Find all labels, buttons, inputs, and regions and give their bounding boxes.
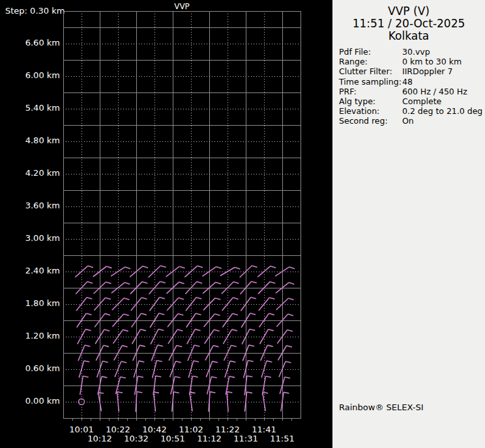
wind-barb-feather xyxy=(247,376,252,377)
wind-barb-feather xyxy=(117,392,123,393)
wind-barb-feather xyxy=(121,377,126,378)
wind-barb-feather xyxy=(138,376,143,378)
wind-barb-feather xyxy=(122,346,127,347)
info-value: 0 km to 30 km xyxy=(402,57,462,66)
y-tick-label: 6.00 km xyxy=(0,70,60,80)
wind-barb-feather xyxy=(233,282,239,283)
wind-barb-feather xyxy=(214,314,220,315)
info-label: Range: xyxy=(339,57,402,66)
wind-barb-feather xyxy=(252,266,257,268)
wind-barb-feather xyxy=(156,376,161,377)
wind-barb-feather xyxy=(211,377,216,378)
info-label: Pdf File: xyxy=(339,47,402,57)
wind-barb-feather xyxy=(178,314,183,315)
info-row: Second reg:On xyxy=(339,116,485,126)
wind-barb-feather xyxy=(285,377,290,378)
wind-barb-feather xyxy=(198,266,203,268)
wind-barb-feather xyxy=(271,266,276,268)
wind-barb-staff xyxy=(190,392,192,411)
y-tick-label: 6.60 km xyxy=(0,38,60,48)
wind-barb-feather xyxy=(141,329,146,331)
wind-barb-feather xyxy=(160,266,166,268)
wind-barb-staff xyxy=(257,266,271,277)
wind-barb-feather xyxy=(196,313,201,315)
y-tick-label: 4.80 km xyxy=(0,135,60,145)
info-value: 48 xyxy=(402,77,413,87)
vvp-window: Step: 0.30 km VVP 6.60 km6.00 km5.40 km4… xyxy=(0,0,485,448)
wind-barb-feather xyxy=(106,298,111,299)
wind-barb-feather xyxy=(142,282,147,283)
brand-label: Rainbow® SELEX-SI xyxy=(339,402,424,412)
wind-barb-feather xyxy=(288,314,293,315)
wind-barb-feather xyxy=(173,392,179,393)
wind-barb-feather xyxy=(123,329,128,331)
wind-barb-feather xyxy=(139,361,144,362)
wind-barb-feather xyxy=(216,282,221,284)
x-tick-label: 11:31 xyxy=(226,434,265,443)
y-tick-label: 5.40 km xyxy=(0,103,60,113)
wind-barb-feather xyxy=(266,376,271,378)
wind-barb-feather xyxy=(105,314,110,315)
info-panel: VVP (V) 11:51 / 20-Oct-2025 Kolkata Pdf … xyxy=(332,0,485,448)
wind-barb-feather xyxy=(269,298,274,299)
wind-barb-feather xyxy=(153,392,158,393)
info-row: Time sampling:48 xyxy=(339,77,485,87)
wind-barb-staff xyxy=(186,298,196,311)
x-tick-label: 11:12 xyxy=(190,434,229,443)
x-tick-label: 10:01 xyxy=(62,425,101,434)
y-tick-label: 3.60 km xyxy=(0,201,60,210)
wind-barb-feather xyxy=(104,345,109,346)
wind-barb-feather xyxy=(124,314,129,315)
y-tick-label: 1.20 km xyxy=(0,331,60,341)
wind-barb-feather xyxy=(210,392,215,393)
wind-barb-feather xyxy=(192,376,198,378)
wind-barb-feather xyxy=(235,268,240,270)
x-tick-label: 11:22 xyxy=(208,425,247,434)
plot-border xyxy=(64,12,301,419)
wind-barb-feather xyxy=(270,282,275,283)
wind-barb-feather xyxy=(227,392,232,393)
wind-barb-staff xyxy=(184,266,197,277)
wind-barb-feather xyxy=(143,266,148,268)
info-label: Second reg: xyxy=(339,116,402,126)
y-tick-label: 3.00 km xyxy=(0,233,60,243)
wind-barb-feather xyxy=(175,361,181,363)
wind-barb-staff xyxy=(149,266,161,277)
info-value: 600 Hz / 450 Hz xyxy=(402,87,467,96)
info-value: Complete xyxy=(402,96,441,106)
info-value: IIRDoppler 7 xyxy=(402,66,452,76)
wind-barb-feather xyxy=(104,329,110,331)
wind-barb-feather xyxy=(102,376,107,378)
wind-barb-feather xyxy=(286,361,291,363)
info-label: Elevation: xyxy=(339,106,402,116)
wind-barb-feather xyxy=(158,345,163,346)
wind-barb-feather xyxy=(267,361,272,362)
wind-barb-feather xyxy=(229,376,235,378)
info-row: Range:0 km to 30 km xyxy=(339,57,485,66)
wind-barb-feather xyxy=(215,298,220,300)
info-value: 0.2 deg to 21.0 deg xyxy=(402,106,482,116)
x-tick-label: 10:22 xyxy=(98,425,138,434)
wind-barb-feather xyxy=(125,283,130,285)
wind-barb-feather xyxy=(233,313,238,315)
wind-barb-feather xyxy=(86,313,91,315)
wind-barb-feather xyxy=(84,361,89,362)
info-value: 30.vvp xyxy=(402,47,430,57)
y-tick-label: 0.60 km xyxy=(0,363,60,373)
wind-barb-feather xyxy=(125,267,130,269)
y-tick-label: 0.00 km xyxy=(0,396,60,406)
wind-barb-feather xyxy=(196,298,201,299)
y-tick-label: 4.20 km xyxy=(0,168,60,178)
y-tick-label: 1.80 km xyxy=(0,298,60,308)
wind-barb-feather xyxy=(248,361,253,362)
wind-barb-staff xyxy=(225,361,230,377)
wind-barb-staff xyxy=(153,392,155,412)
wind-barb-feather xyxy=(213,361,218,363)
wind-barb-staff xyxy=(227,392,228,412)
info-row: Pdf File:30.vvp xyxy=(339,47,485,57)
wind-barb-feather xyxy=(190,392,195,393)
x-tick-label: 11:02 xyxy=(171,425,211,434)
wind-barb-feather xyxy=(289,267,295,269)
wind-barb-feather xyxy=(269,329,274,331)
wind-barb-feather xyxy=(252,281,257,283)
